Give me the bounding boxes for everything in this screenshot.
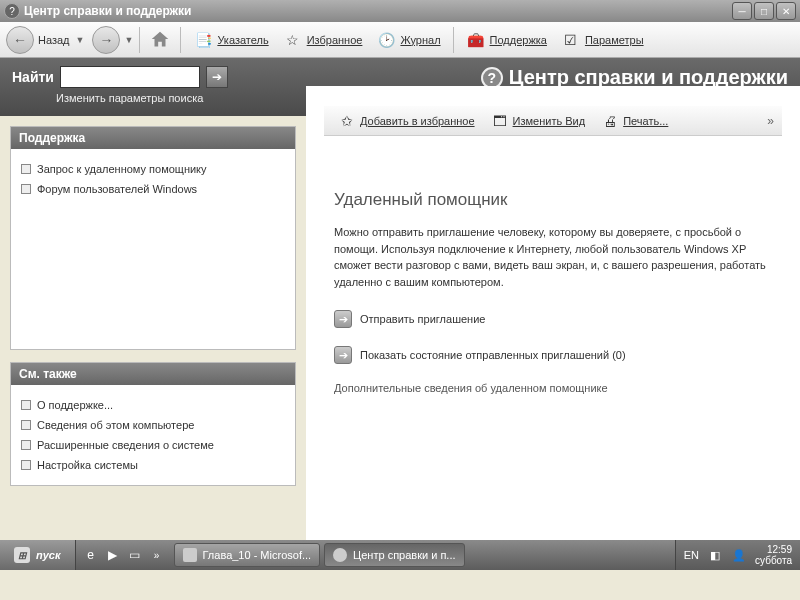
sidebar: Поддержка Запрос к удаленному помощнику … [0, 116, 306, 540]
add-favorite-label: Добавить в избранное [360, 115, 475, 127]
search-label: Найти [12, 69, 54, 85]
bullet-icon [21, 420, 31, 430]
sidebar-item-forum[interactable]: Форум пользователей Windows [19, 179, 287, 199]
close-button[interactable]: ✕ [776, 2, 796, 20]
support-panel-header: Поддержка [11, 127, 295, 149]
tray-icon-1[interactable]: ◧ [707, 547, 723, 563]
separator [180, 27, 181, 53]
word-icon [183, 548, 197, 562]
print-label: Печать... [623, 115, 668, 127]
sidebar-item-computer-info[interactable]: Сведения об этом компьютере [19, 415, 287, 435]
view-icon: 🗔 [491, 112, 509, 130]
content-title: Удаленный помощник [334, 190, 772, 210]
bullet-icon [21, 440, 31, 450]
link-label: Показать состояние отправленных приглаше… [360, 349, 626, 361]
ie-icon[interactable]: e [82, 546, 100, 564]
task-label: Центр справки и п... [353, 549, 455, 561]
start-button[interactable]: ⊞ пуск [0, 540, 76, 570]
support-panel: Поддержка Запрос к удаленному помощнику … [10, 126, 296, 350]
link-label: Отправить приглашение [360, 313, 485, 325]
bullet-icon [21, 184, 31, 194]
forward-dropdown-icon[interactable]: ▼ [124, 35, 133, 45]
help-icon: ? [4, 3, 20, 19]
clock[interactable]: 12:59 суббота [755, 544, 792, 566]
taskbar-item-help[interactable]: Центр справки и п... [324, 543, 464, 567]
support-label: Поддержка [490, 34, 547, 46]
sidebar-item-label: Запрос к удаленному помощнику [37, 163, 207, 175]
sidebar-item-label: О поддержке... [37, 399, 113, 411]
language-indicator[interactable]: EN [684, 549, 699, 561]
help-icon [333, 548, 347, 562]
clock-icon: 🕑 [376, 30, 396, 50]
main-toolbar: ← Назад ▼ → ▼ 📑 Указатель ☆ Избранное 🕑 … [0, 22, 800, 58]
clock-day: суббота [755, 555, 792, 566]
bullet-icon [21, 460, 31, 470]
bullet-icon [21, 164, 31, 174]
media-icon[interactable]: ▶ [104, 546, 122, 564]
star-add-icon: ✩ [338, 112, 356, 130]
arrow-right-icon: ➔ [334, 346, 352, 364]
history-button[interactable]: 🕑 Журнал [370, 28, 446, 52]
more-info-text: Дополнительные сведения об удаленном пом… [334, 382, 772, 394]
history-label: Журнал [400, 34, 440, 46]
quick-launch: e ▶ ▭ » [76, 546, 172, 564]
back-label: Назад [38, 34, 70, 46]
print-button[interactable]: 🖨 Печать... [595, 110, 674, 132]
more-chevron-icon[interactable]: » [767, 114, 774, 128]
home-button[interactable] [146, 26, 174, 54]
index-button[interactable]: 📑 Указатель [187, 28, 274, 52]
sidebar-item-label: Форум пользователей Windows [37, 183, 197, 195]
forward-button[interactable]: → [92, 26, 120, 54]
clock-time: 12:59 [755, 544, 792, 555]
bullet-icon [21, 400, 31, 410]
search-options-link[interactable]: Изменить параметры поиска [56, 92, 228, 104]
desktop-icon[interactable]: ▭ [126, 546, 144, 564]
window-title: Центр справки и поддержки [24, 4, 732, 18]
task-label: Глава_10 - Microsof... [203, 549, 312, 561]
system-tray: EN ◧ 👤 12:59 суббота [675, 540, 800, 570]
support-button[interactable]: 🧰 Поддержка [460, 28, 553, 52]
support-icon: 🧰 [466, 30, 486, 50]
taskbar-item-word[interactable]: Глава_10 - Microsof... [174, 543, 321, 567]
back-dropdown-icon[interactable]: ▼ [76, 35, 85, 45]
options-button[interactable]: ☑ Параметры [555, 28, 650, 52]
arrow-right-icon: ➔ [334, 310, 352, 328]
content-text: Можно отправить приглашение человеку, ко… [334, 224, 772, 290]
index-icon: 📑 [193, 30, 213, 50]
separator [453, 27, 454, 53]
show-invitations-link[interactable]: ➔ Показать состояние отправленных пригла… [334, 346, 772, 364]
seealso-panel: См. также О поддержке... Сведения об это… [10, 362, 296, 486]
favorites-label: Избранное [307, 34, 363, 46]
change-view-button[interactable]: 🗔 Изменить Вид [485, 110, 592, 132]
windows-logo-icon: ⊞ [14, 547, 30, 563]
content-area: ✩ Добавить в избранное 🗔 Изменить Вид 🖨 … [306, 86, 800, 540]
options-label: Параметры [585, 34, 644, 46]
home-icon [149, 29, 171, 51]
favorites-button[interactable]: ☆ Избранное [277, 28, 369, 52]
sidebar-item-remote-assist[interactable]: Запрос к удаленному помощнику [19, 159, 287, 179]
start-label: пуск [36, 549, 61, 561]
minimize-button[interactable]: ─ [732, 2, 752, 20]
sidebar-item-advanced-info[interactable]: Расширенные сведения о системе [19, 435, 287, 455]
star-icon: ☆ [283, 30, 303, 50]
ql-chevron-icon[interactable]: » [148, 546, 166, 564]
search-input[interactable] [60, 66, 200, 88]
maximize-button[interactable]: □ [754, 2, 774, 20]
checkbox-icon: ☑ [561, 30, 581, 50]
seealso-panel-header: См. также [11, 363, 295, 385]
send-invitation-link[interactable]: ➔ Отправить приглашение [334, 310, 772, 328]
add-favorite-button[interactable]: ✩ Добавить в избранное [332, 110, 481, 132]
printer-icon: 🖨 [601, 112, 619, 130]
tray-icon-2[interactable]: 👤 [731, 547, 747, 563]
change-view-label: Изменить Вид [513, 115, 586, 127]
body: Поддержка Запрос к удаленному помощнику … [0, 116, 800, 540]
sidebar-item-about-support[interactable]: О поддержке... [19, 395, 287, 415]
content-actionbar: ✩ Добавить в избранное 🗔 Изменить Вид 🖨 … [324, 106, 782, 136]
sidebar-item-system-config[interactable]: Настройка системы [19, 455, 287, 475]
titlebar: ? Центр справки и поддержки ─ □ ✕ [0, 0, 800, 22]
search-go-button[interactable]: ➔ [206, 66, 228, 88]
index-label: Указатель [217, 34, 268, 46]
sidebar-item-label: Настройка системы [37, 459, 138, 471]
back-button[interactable]: ← [6, 26, 34, 54]
taskbar: ⊞ пуск e ▶ ▭ » Глава_10 - Microsof... Це… [0, 540, 800, 570]
